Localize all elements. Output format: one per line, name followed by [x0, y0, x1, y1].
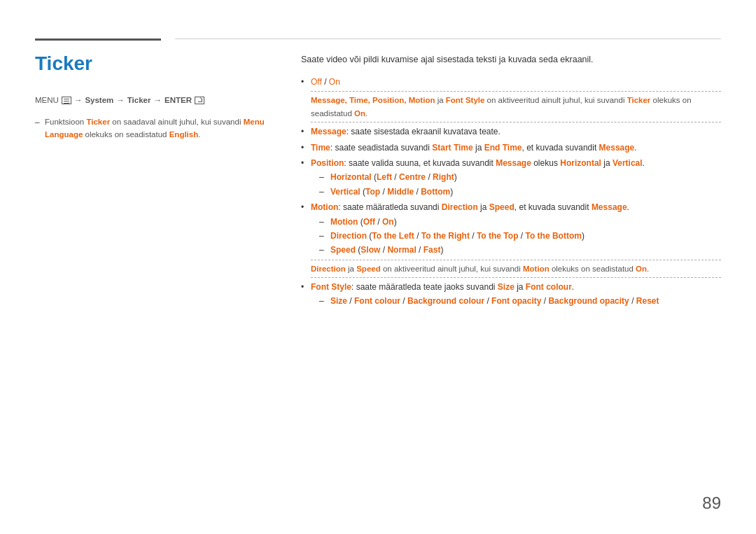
fs-size: Size — [498, 282, 514, 292]
motion-slow: Slow — [360, 245, 380, 255]
motion-sub-speed-label: Speed — [330, 245, 356, 255]
note-prefix: Funktsioon — [45, 118, 86, 126]
motion-fast: Fast — [424, 245, 441, 255]
motion-direction: Direction — [442, 202, 478, 212]
pos-top: Top — [365, 187, 380, 197]
fs-sub-size: Size — [330, 296, 347, 306]
fs-sub-reset: Reset — [636, 296, 659, 306]
fs-font-colour: Font colour — [526, 282, 572, 292]
fs-sub-options: Size / Font colour / Background colour /… — [319, 294, 721, 308]
dn-rest: on aktiveeritud ainult juhul, kui suvand… — [484, 96, 626, 104]
pos-sub-v-open: ( — [360, 187, 365, 197]
arrow1: → — [74, 96, 83, 104]
dn-ja: ja — [435, 96, 445, 104]
pos-sl4: / — [414, 187, 421, 197]
motion-speed: Speed — [489, 202, 514, 212]
pos-sl2: / — [426, 172, 433, 182]
system-link: System — [85, 96, 113, 104]
mn-motion: Motion — [523, 265, 550, 273]
dashed-note-motion: Direction ja Speed on aktiveeritud ainul… — [311, 260, 721, 278]
time-ja: ja — [473, 143, 484, 153]
list-item-motion: Motion: saate määratleda suvandi Directi… — [301, 200, 721, 278]
dashed-note-offon: Message, Time, Position, Motion ja Font … — [311, 91, 721, 122]
motion-sl2: / — [414, 231, 421, 241]
motion-sl3: / — [470, 231, 477, 241]
motion-sub-off-on: Motion (Off / On) — [319, 215, 721, 229]
fs-sub-bo: Background opacity — [548, 296, 629, 306]
motion-sl5: / — [380, 245, 387, 255]
menu-icon — [62, 97, 71, 104]
time-rest: , et kuvada suvandit — [522, 143, 599, 153]
motion-end: , et kuvada suvandit — [514, 202, 592, 212]
arrow3: → — [153, 96, 162, 104]
enter-icon — [195, 97, 204, 104]
motion-ja: ja — [478, 202, 489, 212]
pos-sub-h-rest: ( — [372, 172, 377, 182]
fs-label: Font Style — [311, 282, 351, 292]
motion-sub-list: Motion (Off / On) Direction (To the Left… — [319, 215, 721, 258]
pos-message: Message — [496, 158, 531, 168]
left-column: Ticker MENU → System → Ticker → ENTER — [35, 52, 301, 310]
list-item-font-style: Font Style: saate määratleda teate jaoks… — [301, 280, 721, 309]
motion-sub-on: On — [382, 217, 394, 227]
time-before: : saate seadistada suvandi — [330, 143, 432, 153]
pos-sl3: / — [380, 187, 387, 197]
dn-period: . — [365, 109, 368, 118]
dn-message: Message, Time, Position, Motion — [311, 96, 435, 104]
pos-sub-v-label: Vertical — [330, 187, 360, 197]
time-period: . — [634, 143, 636, 153]
mn-rest: on aktiveeritud ainult juhul, kui suvand… — [381, 265, 523, 273]
position-sub-list: Horizontal (Left / Centre / Right) Verti… — [319, 170, 721, 199]
list-item-message: Message: saate sisestada ekraanil kuvata… — [301, 125, 721, 139]
note-mid: on saadaval ainult juhul, kui suvandi — [110, 118, 244, 126]
note-ticker: Ticker — [86, 118, 110, 126]
menu-label: MENU — [35, 96, 59, 104]
time-end: End Time — [484, 143, 522, 153]
motion-sub-speed: Speed (Slow / Normal / Fast) — [319, 243, 721, 257]
ticker-link: Ticker — [127, 96, 151, 104]
mn-speed: Speed — [356, 265, 381, 273]
pos-left: Left — [377, 172, 392, 182]
mn-on: On — [636, 265, 647, 273]
fs-sub-fo: Font opacity — [491, 296, 541, 306]
time-message: Message — [599, 143, 635, 153]
msg-text: : saate sisestada ekraanil kuvatava teat… — [346, 127, 500, 136]
dn-on: On — [354, 109, 365, 118]
motion-sl6: / — [416, 245, 424, 255]
fs-sub-bc: Background colour — [407, 296, 484, 306]
motion-to-top: To the Top — [477, 231, 519, 241]
motion-message: Message — [592, 202, 627, 212]
pos-ja: ja — [601, 158, 612, 168]
bullet-list: Off / On Message, Time, Position, Motion… — [301, 75, 721, 309]
on-text: On — [329, 77, 340, 87]
off-text: Off — [311, 77, 322, 87]
pos-before: : saate valida suuna, et kuvada suvandit — [344, 158, 496, 168]
pos-sl1: / — [392, 172, 399, 182]
pos-sub-vertical: Vertical (Top / Middle / Bottom) — [319, 185, 721, 199]
list-item-off-on: Off / On Message, Time, Position, Motion… — [301, 75, 721, 122]
note-period: . — [198, 130, 200, 139]
pos-horizontal: Horizontal — [560, 158, 601, 168]
motion-period: . — [627, 202, 629, 212]
fs-sl4: / — [541, 296, 548, 306]
motion-close2: ) — [582, 231, 584, 241]
motion-to-left: To the Left — [372, 231, 414, 241]
motion-close3: ) — [440, 245, 443, 255]
motion-normal: Normal — [387, 245, 416, 255]
pos-sub-horizontal: Horizontal (Left / Centre / Right) — [319, 170, 721, 184]
mn-end: olekuks on seadistatud — [550, 265, 636, 273]
fs-sl3: / — [484, 296, 491, 306]
motion-before: : saate määratleda suvandi — [338, 202, 441, 212]
mn-direction: Direction — [311, 265, 346, 273]
fs-sl1: / — [347, 296, 354, 306]
note-end: olekuks on seadistatud — [83, 130, 169, 139]
pos-mid: olekus — [531, 158, 560, 168]
mn-ja: ja — [346, 265, 356, 273]
fs-before: : saate määratleda teate jaoks suvandi — [351, 282, 498, 292]
right-column: Saate video või pildi kuvamise ajal sise… — [301, 52, 721, 310]
page-title: Ticker — [35, 52, 273, 75]
intro-text: Saate video või pildi kuvamise ajal sise… — [301, 52, 721, 66]
pos-close2: ) — [450, 187, 453, 197]
time-start: Start Time — [432, 143, 472, 153]
slash1: / — [322, 77, 329, 87]
